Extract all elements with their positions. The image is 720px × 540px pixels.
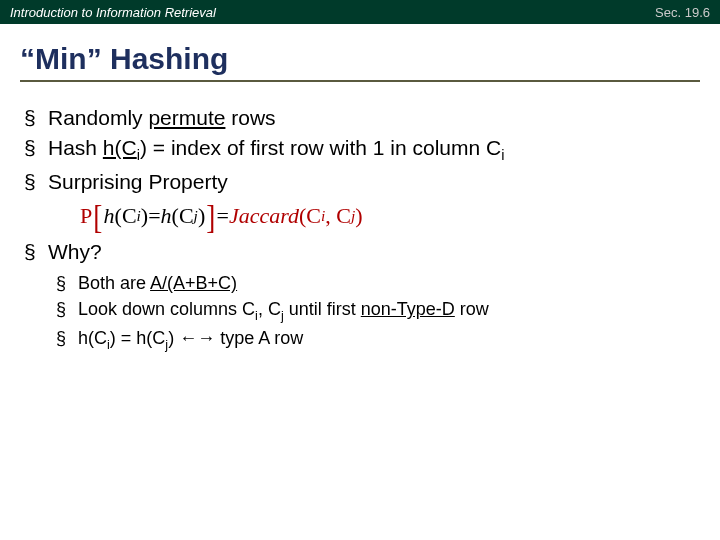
eq-p: P [80,203,92,229]
s2-u: non-Type-D [361,299,455,319]
page-title: “Min” Hashing [20,42,700,76]
sub-1: Both are A/(A+B+C) [56,270,696,296]
content: Randomly permute rows Hash h(Ci) = index… [0,82,720,354]
bullet-list-2: Why? Both are A/(A+B+C) Look down column… [24,238,696,354]
s2-end: row [455,299,489,319]
header-right: Sec. 19.6 [655,5,710,20]
eq-lbracket: [ [93,203,102,230]
b2-pre: Hash [48,136,103,159]
eq-eq2: = [217,203,229,229]
eq-jb: ) [355,203,362,229]
b4: Why? [48,240,102,263]
b1-post: rows [225,106,275,129]
s1-pre: Both are [78,273,150,293]
s3-c: ) ←→ type A row [168,328,303,348]
b2-sub2: i [501,148,504,164]
sub-2: Look down columns Ci, Cj until first non… [56,296,696,325]
b1-em: permute [148,106,225,129]
s2-post: until first [284,299,361,319]
header-left: Introduction to Information Retrieval [10,5,216,20]
bullet-2: Hash h(Ci) = index of first row with 1 i… [24,134,696,166]
eq-c2a: (C [172,203,194,229]
s2-mid: , C [258,299,281,319]
s3-a: h(C [78,328,107,348]
bullet-3: Surprising Property [24,168,696,196]
s1-em: A/(A+B+C) [150,273,237,293]
eq-c1b: ) [141,203,148,229]
equation: P [ h (Ci) = h (Cj) ] = Jaccard (Ci, Cj) [80,203,696,230]
title-wrap: “Min” Hashing [20,42,700,82]
eq-h1: h [104,203,115,229]
header-bar: Introduction to Information Retrieval Se… [0,0,720,24]
b2-mid: ) = index of first row with 1 in column … [140,136,501,159]
bullet-1: Randomly permute rows [24,104,696,132]
eq-ja: (C [299,203,321,229]
eq-c2b: ) [198,203,205,229]
eq-jaccard: Jaccard [229,203,299,229]
b2-fn: h(C [103,136,137,159]
eq-h2: h [161,203,172,229]
eq-c1a: (C [115,203,137,229]
sub-3: h(Ci) = h(Cj) ←→ type A row [56,325,696,354]
eq-rbracket: ] [206,203,215,230]
b1-pre: Randomly [48,106,148,129]
eq-jm: , C [325,203,351,229]
sub-list: Both are A/(A+B+C) Look down columns Ci,… [56,270,696,354]
s2-pre: Look down columns C [78,299,255,319]
bullet-4: Why? Both are A/(A+B+C) Look down column… [24,238,696,354]
s3-b: ) = h(C [110,328,166,348]
bullet-list: Randomly permute rows Hash h(Ci) = index… [24,104,696,197]
eq-eq1: = [148,203,160,229]
